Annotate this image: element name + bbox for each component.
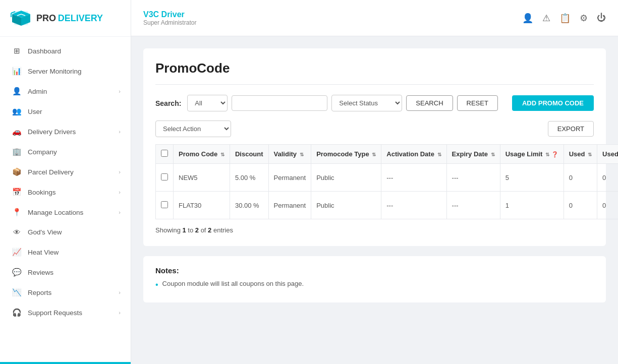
nav-label-server-monitoring: Server Monitoring [28,68,121,75]
header-icons: 👤 ⚠ 📋 ⚙ ⏻ [522,13,606,24]
nav-label-reports: Reports [28,289,119,296]
logo: PRO DELIVERY [0,0,131,37]
status-select[interactable]: Select Status Active Inactive [331,95,402,111]
td-promocode-type-1: Public [311,192,381,219]
promocode-type-sort-icon[interactable]: ⇅ [372,152,376,157]
nav-icon-bookings: 📅 [12,188,22,197]
table-header-row: Promo Code ⇅ Discount Validity ⇅ Promoco… [156,145,619,164]
notes-list: •Coupon module will list all coupons on … [155,280,594,289]
note-dot-0: • [155,280,158,289]
expiry-date-sort-icon[interactable]: ⇅ [491,152,495,157]
nav-icon-support-requests: 🎧 [12,308,22,317]
nav-arrow-bookings: › [119,189,121,195]
nav-label-admin: Admin [28,88,119,95]
clipboard-icon[interactable]: 📋 [559,13,571,24]
export-button[interactable]: EXPORT [548,121,594,137]
td-usage-limit-1: 1 [500,192,564,219]
sidebar-item-reviews[interactable]: 💬 Reviews [0,262,131,282]
nav-label-delivery-drivers: Delivery Drivers [28,128,119,136]
activation-date-sort-icon[interactable]: ⇅ [437,152,441,157]
reset-button[interactable]: RESET [457,95,498,111]
nav-icon-heat-view: 📈 [12,248,22,257]
usage-limit-sort-icon[interactable]: ⇅ [545,152,549,157]
alert-icon[interactable]: ⚠ [542,13,550,24]
nav-icon-reviews: 💬 [12,268,22,277]
sidebar-item-user[interactable]: 👥 User [0,101,131,122]
th-validity-label: Validity [274,150,297,158]
logo-text: PRO DELIVERY [36,13,103,24]
sidebar-nav: ⊞ Dashboard 📊 Server Monitoring 👤 Admin … [0,37,131,362]
nav-arrow-support-requests: › [119,310,121,316]
select-action-dropdown[interactable]: Select Action Delete Selected [155,120,231,137]
search-input[interactable] [232,95,327,111]
validity-sort-icon[interactable]: ⇅ [300,152,304,157]
search-label: Search: [155,99,181,107]
main-content: V3C Driver Super Administrator 👤 ⚠ 📋 ⚙ ⏻… [131,0,618,364]
td-used-schedule-0: 0 [597,164,618,192]
search-filter-select[interactable]: All Code Type Status [187,95,228,111]
used-sort-icon[interactable]: ⇅ [588,152,592,157]
add-promo-code-button[interactable]: ADD PROMO CODE [512,95,594,111]
nav-icon-gods-view: 👁 [12,228,22,236]
sidebar-item-bookings[interactable]: 📅 Bookings › [0,182,131,202]
th-expiry-date: Expiry Date ⇅ [446,145,500,164]
th-promo-code: Promo Code ⇅ [174,145,230,164]
page-body: PromoCode Search: All Code Type Status S… [131,36,618,364]
row-checkbox-0[interactable] [161,173,168,180]
from-num: 1 [182,226,186,234]
sidebar-item-company[interactable]: 🏢 Company [0,142,131,162]
nav-icon-server-monitoring: 📊 [12,67,22,76]
page-title: PromoCode [155,60,594,85]
th-used-label: Used [569,150,585,158]
sidebar-item-admin[interactable]: 👤 Admin › [0,81,131,101]
nav-label-company: Company [28,148,121,156]
td-validity-0: Permanent [268,164,311,192]
th-usage-limit-label: Usage Limit [505,150,543,158]
sidebar-item-dashboard[interactable]: ⊞ Dashboard [0,41,131,61]
th-discount: Discount [230,145,268,164]
th-used-schedule-label: Used In Schedule Booking [602,150,618,158]
td-used-1: 0 [564,192,597,219]
pagination-showing: Showing 1 to 2 of 2 entries [155,226,594,234]
sidebar-item-reports[interactable]: 📉 Reports › [0,282,131,302]
select-all-checkbox[interactable] [161,150,168,157]
td-used-schedule-1: 0 [597,192,618,219]
sidebar-item-gods-view[interactable]: 👁 God's View [0,222,131,242]
search-button[interactable]: SEARCH [406,95,453,111]
td-checkbox-1 [156,192,174,219]
td-promo-code-1: FLAT30 [174,192,230,219]
th-activation-date-label: Activation Date [386,150,434,158]
entries-label: entries [211,226,233,234]
power-icon[interactable]: ⏻ [597,13,606,23]
row-checkbox-1[interactable] [161,201,168,208]
sidebar-item-heat-view[interactable]: 📈 Heat View [0,242,131,262]
th-promo-code-label: Promo Code [179,150,217,158]
nav-label-parcel-delivery: Parcel Delivery [28,168,119,176]
settings-icon[interactable]: ⚙ [580,13,588,24]
sidebar-item-manage-locations[interactable]: 📍 Manage Locations › [0,202,131,222]
notes-card: Notes: •Coupon module will list all coup… [143,256,606,302]
sidebar-item-support-requests[interactable]: 🎧 Support Requests › [0,302,131,323]
user-icon[interactable]: 👤 [522,13,533,24]
td-activation-date-1: --- [381,192,446,219]
th-usage-limit: Usage Limit ⇅ ❓ [500,145,564,164]
nav-arrow-manage-locations: › [119,209,121,215]
nav-label-gods-view: God's View [28,228,121,236]
nav-icon-dashboard: ⊞ [12,46,22,55]
table-header: Promo Code ⇅ Discount Validity ⇅ Promoco… [156,145,619,164]
action-bar: Select Action Delete Selected EXPORT [155,120,594,137]
sidebar-item-delivery-drivers[interactable]: 🚗 Delivery Drivers › [0,122,131,142]
usage-limit-help-icon[interactable]: ❓ [551,151,558,157]
td-validity-1: Permanent [268,192,311,219]
promo-code-sort-icon[interactable]: ⇅ [220,152,224,157]
td-usage-limit-0: 5 [500,164,564,192]
table-row: FLAT30 30.00 % Permanent Public --- --- … [156,192,619,219]
nav-icon-user: 👥 [12,107,22,116]
sidebar-item-parcel-delivery[interactable]: 📦 Parcel Delivery › [0,162,131,182]
table-row: NEW5 5.00 % Permanent Public --- --- 5 0… [156,164,619,192]
nav-icon-company: 🏢 [12,147,22,156]
nav-label-heat-view: Heat View [28,249,121,256]
td-promo-code-0: NEW5 [174,164,230,192]
nav-label-manage-locations: Manage Locations [28,209,119,216]
sidebar-item-server-monitoring[interactable]: 📊 Server Monitoring [0,61,131,81]
